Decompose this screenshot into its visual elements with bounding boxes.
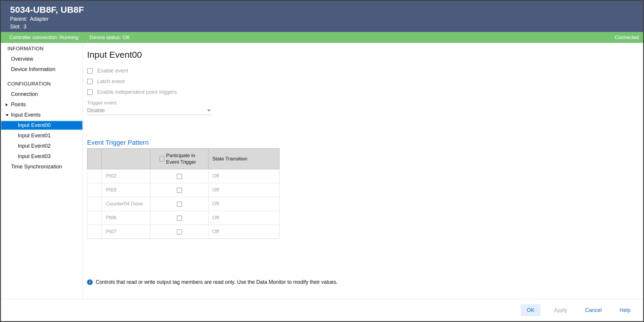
info-icon: i xyxy=(87,279,93,285)
point-name-cell: Pt03 xyxy=(102,183,150,197)
participate-checkbox[interactable] xyxy=(177,215,182,221)
sidebar-item-time-synchronization[interactable]: Time Synchronization xyxy=(1,162,83,172)
participate-all-checkbox[interactable] xyxy=(159,156,165,162)
row-selector-cell[interactable] xyxy=(87,169,102,183)
page-title: Input Event00 xyxy=(87,49,643,61)
participate-checkbox[interactable] xyxy=(177,174,182,179)
sidebar-item-connection[interactable]: Connection xyxy=(1,89,83,99)
trigger-event-value: Disable xyxy=(87,107,105,114)
slot-value: 3 xyxy=(23,24,26,30)
device-title: 5034-UB8F, UB8F xyxy=(10,4,643,15)
table-header-row: Participate in Event Trigger State Trans… xyxy=(87,149,280,169)
connection-state-badge: Connected xyxy=(615,35,639,41)
event-options-group: Enable event Latch event Enable independ… xyxy=(87,65,643,97)
point-name-cell: Pt07 xyxy=(102,225,150,239)
row-selector-cell[interactable] xyxy=(87,183,102,197)
sidebar-item-input-event00[interactable]: Input Event00 xyxy=(1,121,83,130)
device-status: Device status: OK xyxy=(89,35,130,41)
event-trigger-pattern-table: Participate in Event Trigger State Trans… xyxy=(87,148,280,239)
row-selector-header xyxy=(87,149,102,169)
sidebar-section-information: INFORMATION xyxy=(1,44,83,54)
independent-triggers-checkbox[interactable] xyxy=(87,89,93,95)
participate-checkbox[interactable] xyxy=(177,202,182,207)
latch-event-row: Latch event xyxy=(87,76,643,87)
sidebar-item-label: Points xyxy=(11,102,26,108)
row-selector-cell[interactable] xyxy=(87,225,102,239)
sidebar-section-configuration: CONFIGURATION xyxy=(1,79,83,89)
enable-event-label: Enable event xyxy=(97,68,128,74)
state-transition-cell[interactable]: Off xyxy=(208,225,280,239)
info-note-text: Controls that read or write output tag m… xyxy=(96,279,338,285)
dropdown-arrow-icon xyxy=(207,110,211,112)
point-name-cell: Pt02 xyxy=(102,169,150,183)
slot-label: Slot: xyxy=(10,24,21,30)
sidebar-item-points[interactable]: Points xyxy=(1,99,83,110)
participate-cell xyxy=(150,197,208,211)
module-properties-window: 5034-UB8F, UB8F Parent:Adapter Slot:3 Co… xyxy=(0,0,644,322)
info-note-row: i Controls that read or write output tag… xyxy=(87,279,643,285)
participate-cell xyxy=(150,211,208,225)
trigger-event-dropdown[interactable]: Disable xyxy=(87,106,211,115)
chevron-right-icon[interactable] xyxy=(6,103,8,106)
ok-button[interactable]: OK xyxy=(521,304,540,316)
row-selector-cell[interactable] xyxy=(87,211,102,225)
enable-event-checkbox[interactable] xyxy=(87,68,93,74)
independent-triggers-row: Enable independent point triggers xyxy=(87,87,643,97)
state-transition-cell[interactable]: Off xyxy=(208,211,280,225)
independent-triggers-label: Enable independent point triggers xyxy=(97,89,177,95)
latch-event-checkbox[interactable] xyxy=(87,79,93,84)
sidebar-item-input-events[interactable]: Input Events xyxy=(1,110,83,120)
state-transition-cell[interactable]: Off xyxy=(208,169,280,183)
sidebar-section-gap xyxy=(1,75,83,79)
titlebar: 5034-UB8F, UB8F Parent:Adapter Slot:3 xyxy=(1,1,643,32)
state-transition-cell[interactable]: Off xyxy=(208,183,280,197)
state-transition-cell[interactable]: Off xyxy=(208,197,280,211)
sidebar-item-label: Input Events xyxy=(11,112,41,118)
participate-checkbox[interactable] xyxy=(177,229,182,235)
parent-value: Adapter xyxy=(30,16,49,22)
table-row: Pt06 Off xyxy=(87,211,280,225)
point-name-header xyxy=(102,149,150,169)
participate-header-label: Participate in Event Trigger xyxy=(166,152,199,165)
help-button[interactable]: Help xyxy=(615,304,635,316)
cancel-button[interactable]: Cancel xyxy=(581,304,606,316)
participate-cell xyxy=(150,183,208,197)
enable-event-row: Enable event xyxy=(87,65,643,76)
sidebar-item-input-event01[interactable]: Input Event01 xyxy=(1,131,83,141)
main-content: Input Event00 Enable event Latch event E… xyxy=(83,43,643,299)
sidebar-nav: INFORMATION Overview Device Information … xyxy=(1,43,83,299)
sidebar-item-device-information[interactable]: Device Information xyxy=(1,64,83,75)
participate-header: Participate in Event Trigger xyxy=(150,149,208,169)
parent-label: Parent: xyxy=(10,16,27,22)
sidebar-item-input-event02[interactable]: Input Event02 xyxy=(1,141,83,151)
point-name-cell: Counter04 Done xyxy=(102,197,150,211)
footer-button-bar: OK Apply Cancel Help xyxy=(1,299,643,321)
status-bar: Controller connection: Running Device st… xyxy=(1,32,643,43)
participate-checkbox[interactable] xyxy=(177,188,182,193)
table-row: Pt07 Off xyxy=(87,225,280,239)
controller-connection-status: Controller connection: Running xyxy=(9,35,78,41)
latch-event-label: Latch event xyxy=(97,78,125,85)
table-row: Pt03 Off xyxy=(87,183,280,197)
apply-button[interactable]: Apply xyxy=(550,304,571,316)
state-transition-header: State Transition xyxy=(208,149,280,169)
table-row: Counter04 Done Off xyxy=(87,197,280,211)
chevron-down-icon[interactable] xyxy=(6,114,9,116)
sidebar-item-overview[interactable]: Overview xyxy=(1,54,83,64)
point-name-cell: Pt06 xyxy=(102,211,150,225)
parent-line: Parent:Adapter xyxy=(10,15,643,23)
event-trigger-pattern-heading: Event Trigger Pattern xyxy=(87,138,643,147)
trigger-event-label: Trigger event xyxy=(87,100,643,106)
sidebar-item-input-event03[interactable]: Input Event03 xyxy=(1,151,83,162)
participate-cell xyxy=(150,225,208,239)
slot-line: Slot:3 xyxy=(10,23,643,30)
participate-cell xyxy=(150,169,208,183)
row-selector-cell[interactable] xyxy=(87,197,102,211)
table-row: Pt02 Off xyxy=(87,169,280,183)
